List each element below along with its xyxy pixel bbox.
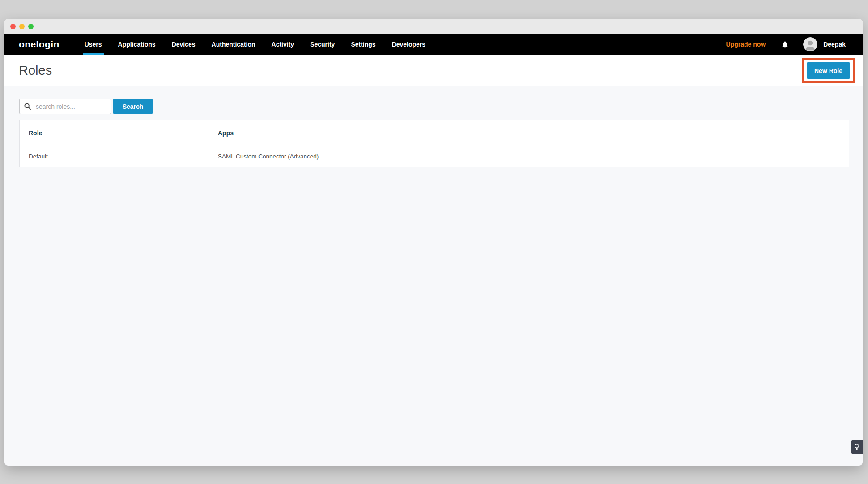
user-name[interactable]: Deepak — [823, 41, 846, 48]
nav-item-settings[interactable]: Settings — [351, 34, 375, 55]
onelogin-logo[interactable]: onelogin — [19, 39, 60, 50]
search-input[interactable] — [35, 103, 106, 111]
navbar-right-cluster: Upgrade now Deepak — [726, 37, 846, 51]
roles-table: Role Apps Default SAML Custom Connector … — [19, 120, 849, 167]
table-row[interactable]: Default SAML Custom Connector (Advanced) — [20, 146, 849, 167]
search-box — [19, 99, 111, 114]
column-header-role: Role — [20, 129, 209, 137]
bell-icon — [781, 40, 789, 49]
table-header-row: Role Apps — [20, 120, 849, 146]
nav-item-authentication[interactable]: Authentication — [212, 34, 255, 55]
search-icon — [24, 103, 31, 110]
avatar-icon — [803, 37, 817, 51]
zoom-button[interactable] — [28, 24, 34, 29]
close-button[interactable] — [10, 24, 16, 29]
page-title: Roles — [19, 63, 52, 78]
notifications-button[interactable] — [781, 40, 789, 49]
new-role-button[interactable]: New Role — [807, 62, 850, 79]
upgrade-now-link[interactable]: Upgrade now — [726, 41, 766, 48]
nav-item-users[interactable]: Users — [85, 34, 102, 55]
column-header-apps: Apps — [209, 129, 849, 137]
nav-item-developers[interactable]: Developers — [392, 34, 425, 55]
browser-window: onelogin Users Applications Devices Auth… — [4, 19, 863, 466]
user-avatar[interactable] — [803, 37, 817, 51]
main-content: Search Role Apps Default SAML Custom Con… — [4, 86, 863, 167]
role-name-cell: Default — [20, 153, 209, 160]
nav-item-applications[interactable]: Applications — [118, 34, 156, 55]
page-header: Roles New Role — [4, 55, 863, 86]
nav-item-devices[interactable]: Devices — [172, 34, 196, 55]
help-button[interactable] — [851, 440, 863, 454]
nav-item-security[interactable]: Security — [310, 34, 335, 55]
window-titlebar — [4, 19, 863, 34]
lightbulb-icon — [854, 443, 859, 451]
top-navbar: onelogin Users Applications Devices Auth… — [4, 34, 863, 55]
annotation-highlight: New Role — [802, 58, 855, 83]
search-row: Search — [19, 99, 848, 114]
role-apps-cell: SAML Custom Connector (Advanced) — [209, 153, 849, 160]
minimize-button[interactable] — [19, 24, 25, 29]
search-button[interactable]: Search — [113, 99, 153, 114]
nav-item-activity[interactable]: Activity — [272, 34, 294, 55]
